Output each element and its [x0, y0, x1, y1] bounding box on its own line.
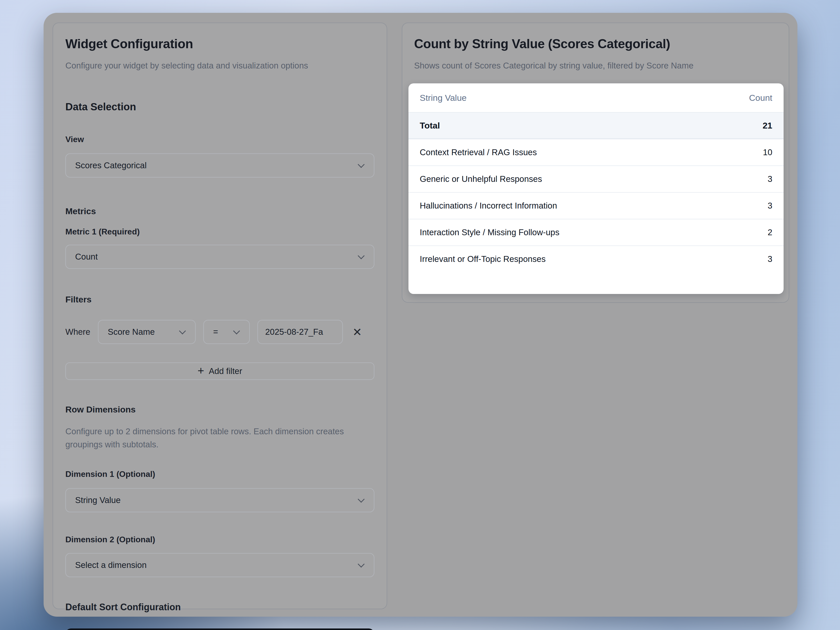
filters-heading: Filters [65, 294, 374, 304]
dimension2-select-value: Select a dimension [75, 560, 147, 570]
row-count: 3 [768, 254, 772, 264]
row-label: Hallucinations / Incorrect Information [420, 201, 557, 211]
column-header-count: Count [749, 93, 772, 103]
table-total-row: Total 21 [409, 112, 783, 139]
row-dimensions-description: Configure up to 2 dimensions for pivot t… [65, 425, 374, 451]
row-dimensions-heading: Row Dimensions [65, 405, 374, 415]
save-widget-button[interactable]: Save Widget [65, 628, 374, 630]
view-select-value: Scores Categorical [75, 161, 147, 170]
row-label: Generic or Unhelpful Responses [420, 174, 542, 184]
table-row: Context Retrieval / RAG Issues 10 [409, 139, 783, 165]
filter-operator-value: = [213, 327, 218, 337]
row-count: 2 [768, 228, 772, 237]
dimension1-select[interactable]: String Value [65, 488, 374, 512]
close-icon: ✕ [352, 326, 362, 339]
table-row: Generic or Unhelpful Responses 3 [409, 165, 783, 192]
add-filter-label: Add filter [209, 366, 242, 376]
table-row: Interaction Style / Missing Follow-ups 2 [409, 219, 783, 245]
dimension2-label: Dimension 2 (Optional) [65, 535, 374, 545]
row-label: Irrelevant or Off-Topic Responses [420, 254, 546, 264]
panel-subtitle: Configure your widget by selecting data … [65, 59, 322, 72]
filter-value-text: 2025-08-27_Fa [265, 327, 323, 337]
dimension1-select-value: String Value [75, 495, 120, 505]
row-count: 10 [763, 147, 772, 157]
table-header-row: String Value Count [409, 83, 783, 112]
filter-row: Where Score Name = 2025-08-27_Fa ✕ [65, 320, 374, 344]
chevron-down-icon [358, 561, 365, 568]
configuration-panel: Widget Configuration Configure your widg… [52, 22, 387, 609]
page-background: Widget Configuration Configure your widg… [0, 0, 840, 630]
add-filter-button[interactable]: + Add filter [65, 362, 374, 380]
filter-value-input[interactable]: 2025-08-27_Fa [257, 320, 343, 344]
row-label: Context Retrieval / RAG Issues [420, 147, 537, 157]
where-label: Where [65, 327, 90, 337]
dimension2-select[interactable]: Select a dimension [65, 553, 374, 577]
total-label: Total [420, 120, 440, 131]
remove-filter-button[interactable]: ✕ [351, 325, 364, 339]
dimension1-label: Dimension 1 (Optional) [65, 469, 374, 479]
preview-subtitle: Shows count of Scores Categorical by str… [414, 59, 777, 72]
widget-configuration-modal: Widget Configuration Configure your widg… [44, 13, 797, 617]
metric1-select[interactable]: Count [65, 245, 374, 269]
view-select[interactable]: Scores Categorical [65, 154, 374, 177]
chevron-down-icon [358, 496, 365, 503]
row-label: Interaction Style / Missing Follow-ups [420, 228, 559, 237]
row-count: 3 [768, 174, 772, 184]
table-row: Irrelevant or Off-Topic Responses 3 [409, 245, 783, 272]
chevron-down-icon [358, 252, 365, 260]
table-body: Context Retrieval / RAG Issues 10 Generi… [409, 139, 783, 272]
view-label: View [65, 135, 374, 144]
row-count: 3 [768, 201, 772, 211]
chevron-down-icon [233, 328, 240, 334]
metric1-select-value: Count [75, 252, 98, 262]
filter-operator-select[interactable]: = [203, 320, 250, 344]
total-count: 21 [763, 120, 772, 131]
sort-configuration-heading: Default Sort Configuration [65, 602, 374, 613]
filter-field-select[interactable]: Score Name [98, 320, 196, 344]
preview-table-card: String Value Count Total 21 Context Retr… [409, 83, 783, 294]
chevron-down-icon [179, 328, 186, 334]
table-row: Hallucinations / Incorrect Information 3 [409, 192, 783, 219]
metric1-label: Metric 1 (Required) [65, 227, 374, 236]
preview-title: Count by String Value (Scores Categorica… [414, 36, 777, 51]
data-selection-heading: Data Selection [65, 101, 374, 112]
filter-field-value: Score Name [108, 327, 155, 337]
metrics-heading: Metrics [65, 206, 374, 216]
preview-panel: Count by String Value (Scores Categorica… [402, 22, 789, 303]
column-header-string-value: String Value [420, 93, 467, 103]
panel-title: Widget Configuration [65, 36, 374, 51]
chevron-down-icon [358, 161, 365, 168]
